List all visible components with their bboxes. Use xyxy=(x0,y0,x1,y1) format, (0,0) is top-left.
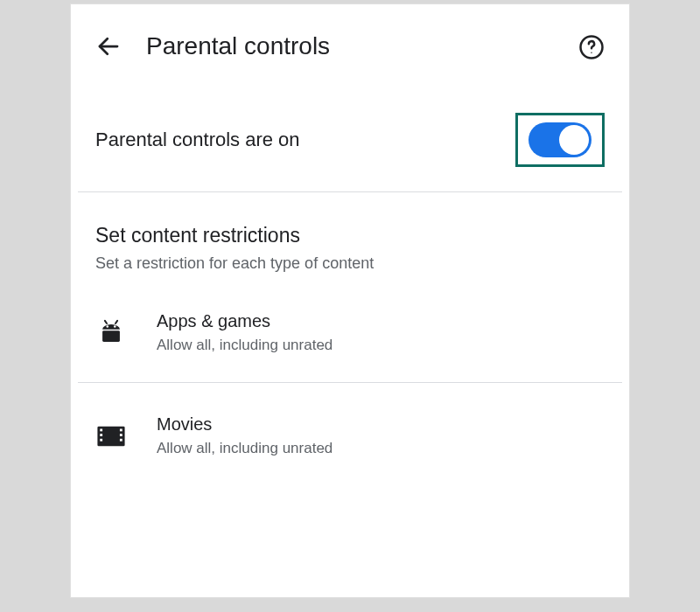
toggle-knob xyxy=(559,125,589,155)
back-icon[interactable] xyxy=(95,33,122,59)
svg-rect-14 xyxy=(120,438,122,441)
restriction-item-title: Movies xyxy=(157,414,332,435)
section-title: Set content restrictions xyxy=(95,224,605,247)
svg-point-5 xyxy=(114,325,116,328)
svg-line-6 xyxy=(105,320,107,323)
restriction-item-subtitle: Allow all, including unrated xyxy=(157,440,332,457)
restriction-item-movies[interactable]: Movies Allow all, including unrated xyxy=(71,383,629,485)
svg-point-2 xyxy=(591,52,592,54)
restriction-item-apps-games[interactable]: Apps & games Allow all, including unrate… xyxy=(71,280,629,382)
settings-panel: Parental controls Parental controls are … xyxy=(70,3,630,598)
film-icon xyxy=(95,421,127,452)
svg-rect-12 xyxy=(120,428,122,431)
toggle-highlight xyxy=(515,113,605,167)
svg-rect-10 xyxy=(100,434,102,436)
help-icon[interactable] xyxy=(578,34,605,60)
parental-controls-toggle-row: Parental controls are on xyxy=(71,81,629,191)
svg-rect-11 xyxy=(100,438,102,441)
page-title: Parental controls xyxy=(146,32,330,60)
svg-rect-3 xyxy=(102,330,120,342)
section-header: Set content restrictions Set a restricti… xyxy=(71,192,629,280)
section-subtitle: Set a restriction for each type of conte… xyxy=(95,254,605,273)
restriction-item-title: Apps & games xyxy=(157,311,332,331)
svg-point-4 xyxy=(106,325,108,328)
restriction-item-text: Apps & games Allow all, including unrate… xyxy=(157,311,332,354)
svg-rect-13 xyxy=(120,434,122,436)
svg-line-7 xyxy=(116,320,117,323)
android-icon xyxy=(95,317,127,349)
restriction-item-text: Movies Allow all, including unrated xyxy=(157,414,332,457)
parental-controls-toggle[interactable] xyxy=(528,122,592,157)
svg-rect-9 xyxy=(100,428,102,431)
toggle-label: Parental controls are on xyxy=(95,129,300,151)
header: Parental controls xyxy=(71,4,629,81)
restriction-item-subtitle: Allow all, including unrated xyxy=(157,337,332,354)
